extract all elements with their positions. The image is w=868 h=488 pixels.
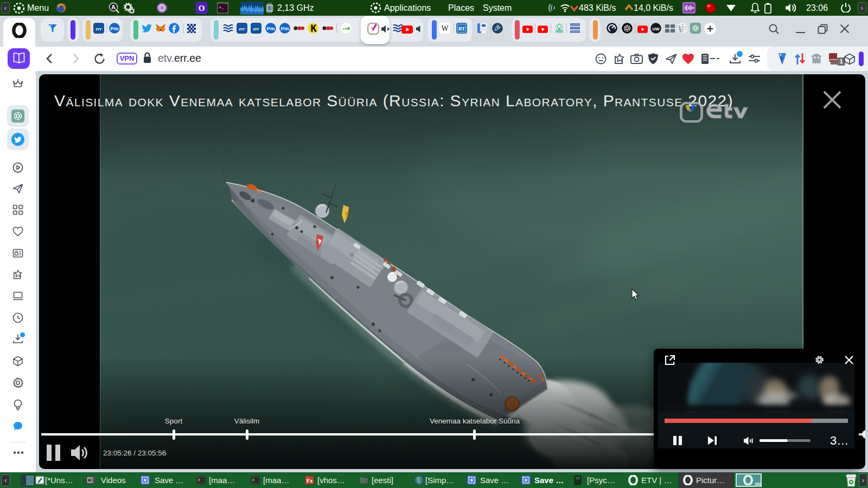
svg-text:>_: >_ [219,5,224,10]
svg-text:A: A [111,4,116,10]
svg-text:err: err [96,26,102,31]
svg-text:err: err [239,26,245,31]
svg-text:O: O [199,4,205,12]
svg-text:RT: RT [458,26,465,31]
svg-text:err: err [253,26,259,31]
svg-text:W: W [441,24,449,33]
svg-text:Pm: Pm [281,25,289,31]
svg-text:Pm: Pm [111,25,119,31]
svg-text:UW: UW [652,27,660,31]
svg-text:Pm: Pm [267,25,275,31]
svg-text:Fz: Fz [307,477,313,484]
